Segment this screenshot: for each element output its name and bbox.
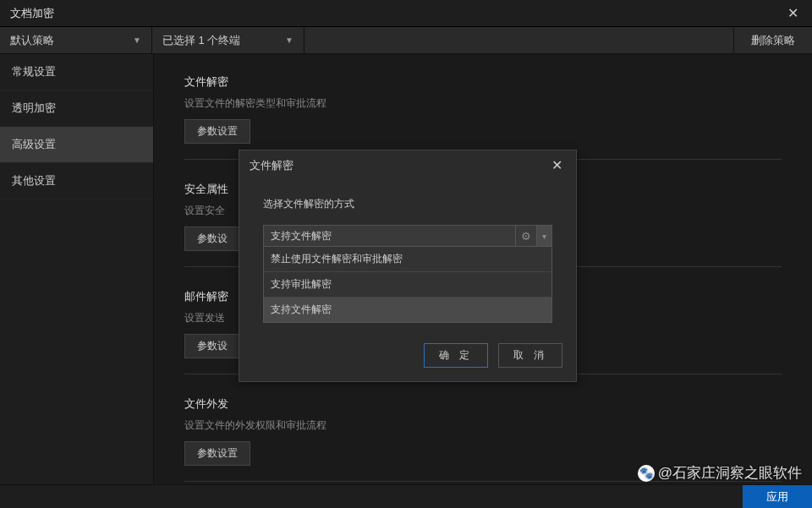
param-button[interactable]: 参数设置 xyxy=(184,441,250,466)
param-button[interactable]: 参数设置 xyxy=(184,119,250,144)
select-options: 禁止使用文件解密和审批解密 支持审批解密 支持文件解密 xyxy=(263,247,552,323)
param-button[interactable]: 参数设 xyxy=(184,227,240,251)
option-item[interactable]: 支持审批解密 xyxy=(264,272,551,298)
delete-policy-button[interactable]: 删除策略 xyxy=(733,27,812,53)
modal-title-text: 文件解密 xyxy=(250,158,294,173)
watermark: 🐾 @石家庄洞察之眼软件 xyxy=(638,463,802,483)
modal-titlebar: 文件解密 ✕ xyxy=(239,150,576,180)
modal-label: 选择文件解密的方式 xyxy=(263,197,552,211)
sidebar: 常规设置 透明加密 高级设置 其他设置 xyxy=(0,54,154,484)
section-title: 文件外发 xyxy=(184,396,782,412)
bottombar: 应用 xyxy=(0,484,812,508)
titlebar: 文档加密 ✕ xyxy=(0,0,812,27)
gear-icon[interactable]: ⚙ xyxy=(515,226,536,246)
cancel-button[interactable]: 取 消 xyxy=(498,343,562,368)
chevron-down-icon[interactable]: ▾ xyxy=(536,226,551,246)
modal-close-icon[interactable]: ✕ xyxy=(548,157,566,173)
toolbar: 默认策略 ▼ 已选择 1 个终端 ▼ 删除策略 xyxy=(0,27,812,54)
option-item[interactable]: 支持文件解密 xyxy=(264,298,551,322)
section-title: 文件解密 xyxy=(184,74,782,90)
chevron-down-icon: ▼ xyxy=(133,36,141,45)
modal-file-decrypt: 文件解密 ✕ 选择文件解密的方式 支持文件解密 ⚙ ▾ 禁止使用文件解密和审批解… xyxy=(239,150,577,382)
section-desc: 设置文件的解密类型和审批流程 xyxy=(184,96,782,111)
sidebar-item-general[interactable]: 常规设置 xyxy=(0,54,153,90)
close-icon[interactable]: ✕ xyxy=(784,5,802,21)
sidebar-item-other[interactable]: 其他设置 xyxy=(0,163,153,199)
endpoint-label: 已选择 1 个终端 xyxy=(162,33,240,48)
app-title: 文档加密 xyxy=(10,6,784,21)
section-file-decrypt: 文件解密 设置文件的解密类型和审批流程 参数设置 xyxy=(184,74,782,160)
section-desc: 设置文件的外发权限和审批流程 xyxy=(184,418,782,433)
endpoint-dropdown[interactable]: 已选择 1 个终端 ▼ xyxy=(152,27,304,53)
select-value: 支持文件解密 xyxy=(264,229,515,243)
policy-dropdown[interactable]: 默认策略 ▼ xyxy=(0,27,152,53)
chevron-down-icon: ▼ xyxy=(285,36,294,45)
ok-button[interactable]: 确 定 xyxy=(424,343,488,368)
option-item[interactable]: 禁止使用文件解密和审批解密 xyxy=(264,247,551,272)
decrypt-mode-select[interactable]: 支持文件解密 ⚙ ▾ xyxy=(263,225,552,247)
apply-button[interactable]: 应用 xyxy=(743,485,812,508)
param-button[interactable]: 参数设 xyxy=(184,334,240,358)
policy-label: 默认策略 xyxy=(10,33,54,48)
baidu-paw-icon: 🐾 xyxy=(638,465,655,482)
sidebar-item-transparent[interactable]: 透明加密 xyxy=(0,90,153,127)
sidebar-item-advanced[interactable]: 高级设置 xyxy=(0,127,153,163)
